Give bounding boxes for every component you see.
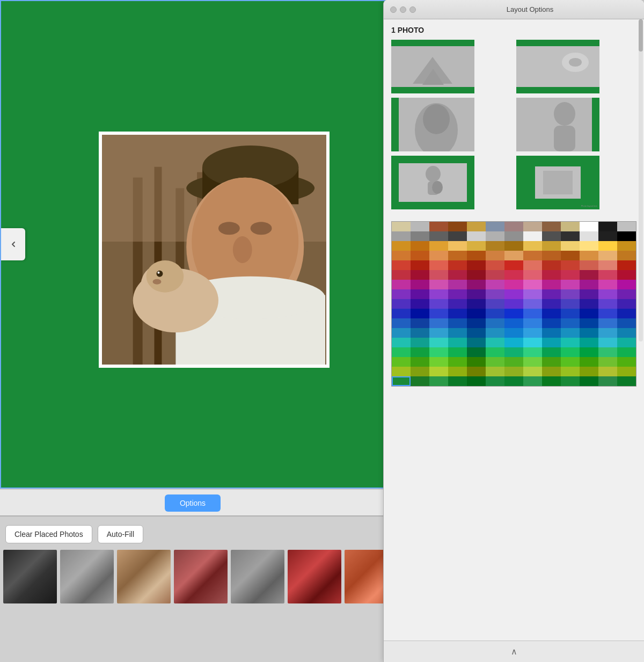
color-cell-12-2[interactable]: [429, 338, 448, 347]
options-button[interactable]: Options: [165, 494, 221, 512]
color-cell-6-9[interactable]: [561, 280, 580, 289]
strip-photo-7[interactable]: [345, 550, 385, 603]
color-cell-8-12[interactable]: [617, 299, 636, 309]
color-cell-14-1[interactable]: [411, 357, 429, 367]
color-cell-2-6[interactable]: [504, 241, 523, 251]
color-cell-3-4[interactable]: [467, 251, 486, 260]
strip-photo-2[interactable]: [60, 550, 114, 603]
color-cell-7-9[interactable]: [561, 289, 580, 299]
color-cell-14-7[interactable]: [523, 357, 542, 367]
color-cell-2-7[interactable]: [523, 241, 542, 251]
color-cell-14-5[interactable]: [486, 357, 504, 367]
color-cell-11-4[interactable]: [467, 328, 486, 338]
color-cell-7-12[interactable]: [617, 289, 636, 299]
color-cell-16-12[interactable]: [617, 376, 636, 386]
color-cell-4-1[interactable]: [411, 260, 429, 270]
color-cell-2-12[interactable]: [617, 241, 636, 251]
color-cell-5-11[interactable]: [598, 270, 617, 280]
color-cell-3-7[interactable]: [523, 251, 542, 260]
color-cell-13-11[interactable]: [598, 347, 617, 357]
color-cell-11-12[interactable]: [617, 328, 636, 338]
color-cell-14-3[interactable]: [448, 357, 467, 367]
color-cell-1-7[interactable]: [523, 231, 542, 241]
color-cell-9-0[interactable]: [392, 309, 411, 318]
color-cell-1-4[interactable]: [467, 231, 486, 241]
color-cell-1-8[interactable]: [542, 231, 561, 241]
color-cell-10-8[interactable]: [542, 318, 561, 328]
color-cell-0-8[interactable]: [542, 222, 561, 231]
color-cell-4-8[interactable]: [542, 260, 561, 270]
color-cell-4-5[interactable]: [486, 260, 504, 270]
color-cell-8-7[interactable]: [523, 299, 542, 309]
color-cell-5-3[interactable]: [448, 270, 467, 280]
color-cell-2-9[interactable]: [561, 241, 580, 251]
color-cell-12-4[interactable]: [467, 338, 486, 347]
color-cell-16-0[interactable]: [392, 376, 411, 386]
color-cell-15-10[interactable]: [580, 367, 598, 376]
color-cell-4-2[interactable]: [429, 260, 448, 270]
auto-fill-button[interactable]: Auto-Fill: [98, 525, 143, 543]
color-cell-7-8[interactable]: [542, 289, 561, 299]
color-cell-9-12[interactable]: [617, 309, 636, 318]
color-cell-3-11[interactable]: [598, 251, 617, 260]
prev-page-button[interactable]: [1, 228, 25, 260]
color-cell-1-6[interactable]: [504, 231, 523, 241]
color-cell-11-8[interactable]: [542, 328, 561, 338]
color-cell-0-6[interactable]: [504, 222, 523, 231]
color-cell-3-10[interactable]: [580, 251, 598, 260]
color-cell-10-4[interactable]: [467, 318, 486, 328]
color-cell-13-1[interactable]: [411, 347, 429, 357]
color-cell-6-11[interactable]: [598, 280, 617, 289]
color-cell-11-0[interactable]: [392, 328, 411, 338]
color-cell-8-3[interactable]: [448, 299, 467, 309]
color-cell-13-4[interactable]: [467, 347, 486, 357]
color-cell-15-8[interactable]: [542, 367, 561, 376]
color-cell-16-11[interactable]: [598, 376, 617, 386]
color-cell-13-2[interactable]: [429, 347, 448, 357]
minimize-button[interactable]: [400, 6, 406, 13]
color-cell-14-12[interactable]: [617, 357, 636, 367]
color-cell-10-10[interactable]: [580, 318, 598, 328]
color-cell-15-4[interactable]: [467, 367, 486, 376]
color-cell-1-2[interactable]: [429, 231, 448, 241]
color-cell-5-4[interactable]: [467, 270, 486, 280]
color-cell-6-4[interactable]: [467, 280, 486, 289]
color-cell-1-5[interactable]: [486, 231, 504, 241]
color-cell-1-9[interactable]: [561, 231, 580, 241]
color-cell-15-3[interactable]: [448, 367, 467, 376]
color-cell-16-1[interactable]: [411, 376, 429, 386]
color-cell-11-7[interactable]: [523, 328, 542, 338]
color-cell-10-0[interactable]: [392, 318, 411, 328]
color-cell-9-3[interactable]: [448, 309, 467, 318]
color-cell-5-9[interactable]: [561, 270, 580, 280]
color-cell-0-10[interactable]: [580, 222, 598, 231]
color-cell-13-6[interactable]: [504, 347, 523, 357]
color-cell-16-7[interactable]: [523, 376, 542, 386]
color-cell-16-5[interactable]: [486, 376, 504, 386]
color-cell-7-0[interactable]: [392, 289, 411, 299]
color-cell-8-8[interactable]: [542, 299, 561, 309]
color-cell-5-7[interactable]: [523, 270, 542, 280]
color-cell-0-1[interactable]: [411, 222, 429, 231]
color-cell-0-11[interactable]: [598, 222, 617, 231]
color-cell-0-0[interactable]: [392, 222, 411, 231]
color-cell-12-12[interactable]: [617, 338, 636, 347]
color-cell-0-3[interactable]: [448, 222, 467, 231]
color-cell-16-4[interactable]: [467, 376, 486, 386]
layout-option-5[interactable]: [391, 156, 474, 209]
color-cell-8-10[interactable]: [580, 299, 598, 309]
color-cell-1-10[interactable]: [580, 231, 598, 241]
color-cell-15-11[interactable]: [598, 367, 617, 376]
color-cell-12-9[interactable]: [561, 338, 580, 347]
color-cell-14-10[interactable]: [580, 357, 598, 367]
color-cell-9-6[interactable]: [504, 309, 523, 318]
color-cell-9-10[interactable]: [580, 309, 598, 318]
color-cell-3-3[interactable]: [448, 251, 467, 260]
color-cell-1-1[interactable]: [411, 231, 429, 241]
color-cell-6-6[interactable]: [504, 280, 523, 289]
color-cell-7-4[interactable]: [467, 289, 486, 299]
maximize-button[interactable]: [409, 6, 416, 13]
color-cell-7-2[interactable]: [429, 289, 448, 299]
color-cell-4-4[interactable]: [467, 260, 486, 270]
color-cell-2-1[interactable]: [411, 241, 429, 251]
